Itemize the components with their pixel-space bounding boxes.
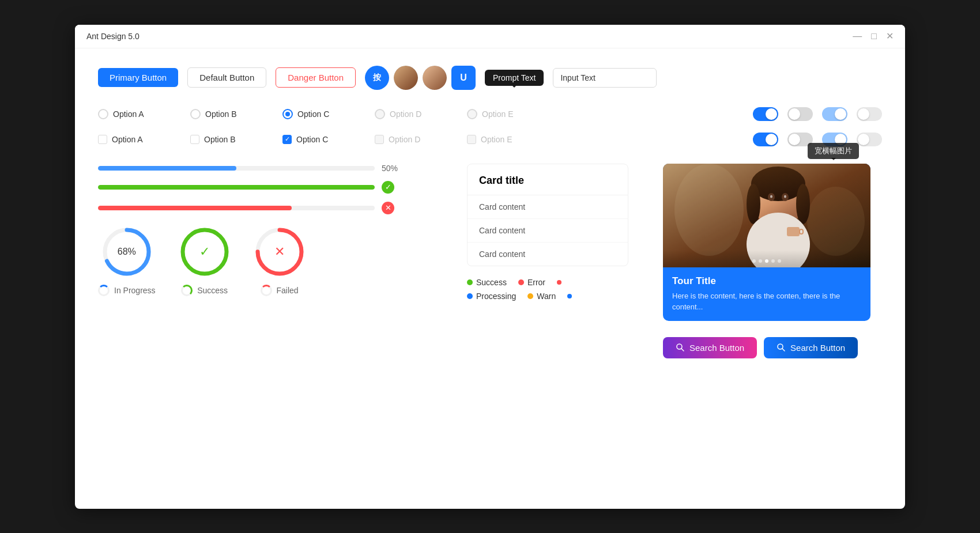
legend-label-processing: Processing [476,292,516,301]
tour-dot-4[interactable] [771,259,775,263]
legend-dot-warn [527,293,533,299]
tour-tooltip: 宽横幅图片 [808,143,859,159]
avatar-photo1 [394,66,418,90]
circle-progress-2: ✓ [179,226,231,278]
legend-success: Success [467,278,507,287]
progress-bar-fill-2 [98,185,375,190]
primary-button[interactable]: Primary Button [98,68,178,87]
toggle-3 [822,107,847,121]
toggle-group-1 [753,107,882,121]
toggle-1[interactable] [753,107,778,121]
checkbox-e-box [467,135,476,144]
window-controls: — □ ✕ [853,32,894,41]
tour-desc: Here is the content, here is the conten,… [672,290,861,313]
legend-processing: Processing [467,292,516,301]
search-button-label-1: Search Button [689,343,744,353]
radio-option-a[interactable]: Option A [98,109,190,119]
card-content: Card content Card content Card content [468,195,628,266]
radio-d-circle [375,109,385,119]
legend-label-error: Error [527,278,545,287]
close-button[interactable]: ✕ [886,32,894,41]
search-icon-blue [777,343,786,352]
circle-group: 68% In Progress ✓ [98,226,444,296]
spin-icon-blue [98,285,110,296]
svg-line-20 [681,349,684,351]
tour-dot-5[interactable] [778,259,781,263]
app-window: Ant Design 5.0 — □ ✕ Primary Button Defa… [75,25,905,509]
progress-bar-fill-3 [98,206,292,210]
legend-dot-success [467,279,473,285]
checkbox-option-c[interactable]: Option C [282,135,375,144]
toggle-5-knob [766,134,777,145]
maximize-button[interactable]: □ [871,32,877,41]
progress-row-3: ✕ [98,202,444,214]
circle-status-label-3: Failed [277,286,299,295]
danger-button[interactable]: Danger Button [276,67,356,88]
circle-success: ✓ Success [179,226,231,296]
tour-dot-2[interactable] [759,259,762,263]
circle-label-2: ✓ [199,244,210,259]
legend-wrap: Success Error Processing [467,278,640,301]
radio-a-circle [98,109,108,119]
checkbox-e-label: Option E [481,135,512,144]
toggle-6-knob [789,134,800,145]
checkbox-c-box [282,135,292,144]
window-title: Ant Design 5.0 [86,32,140,41]
input-text[interactable] [553,68,657,88]
legend-dot-extra-2 [567,294,572,298]
legend-warn: Warn [527,292,556,301]
bottom-section: 50% ✓ ✕ [98,164,882,358]
spin-icon-green [181,285,193,296]
toggle-3-knob [835,108,846,120]
checkbox-d-box [375,135,384,144]
svg-point-18 [784,195,786,198]
checkbox-option-b[interactable]: Option B [190,135,282,144]
legend-error: Error [518,278,545,287]
default-button[interactable]: Default Button [187,67,266,88]
prompt-tooltip: Prompt Text [485,70,544,86]
tour-card-wrap: 宽横幅图片 [663,164,870,321]
radio-b-label: Option B [205,109,236,119]
tour-dot-1[interactable] [752,259,756,263]
circle-label-1: 68% [118,247,136,257]
legend-label-success: Success [476,278,507,287]
radio-row: Option A Option B Option C Option D Opti… [98,107,882,121]
svg-point-10 [747,184,760,224]
circle-status-1: In Progress [98,285,156,296]
radio-a-label: Option A [113,109,144,119]
progress-section: 50% ✓ ✕ [98,164,444,358]
toggle-2[interactable] [787,107,813,121]
toggle-5[interactable] [753,133,778,146]
circle-progress-3: ✕ [254,226,306,278]
checkbox-row: Option A Option B Option C Option D Opti… [98,133,882,146]
radio-option-b[interactable]: Option B [190,109,282,119]
radio-option-d: Option D [375,109,467,119]
progress-row-1: 50% [98,164,444,173]
titlebar: Ant Design 5.0 — □ ✕ [75,25,905,48]
button-row: Primary Button Default Button Danger But… [98,66,882,90]
checkbox-b-box [190,135,199,144]
spin-icon-red [261,285,272,296]
search-icon-purple [676,343,685,352]
circle-status-label-1: In Progress [114,286,156,295]
legend-dot-extra-1 [557,280,561,285]
progress-bar-wrap-1 [98,166,375,171]
radio-option-c[interactable]: Option C [282,109,375,119]
search-buttons-row: Search Button Search Button [663,337,882,358]
svg-point-11 [796,184,810,224]
progress-bar-wrap-2 [98,185,375,190]
tour-dot-3[interactable] [765,259,768,263]
search-button-blue[interactable]: Search Button [764,337,858,358]
avatar-group: 按 U [365,66,476,90]
card-section: Card title Card content Card content Car… [467,164,640,358]
checkbox-option-a[interactable]: Option A [98,135,190,144]
search-button-purple[interactable]: Search Button [663,337,757,358]
minimize-button[interactable]: — [853,32,862,41]
tour-img-overlay [663,250,870,267]
tour-section: 宽横幅图片 [663,164,882,358]
checkbox-option-d: Option D [375,135,467,144]
card-title: Card title [468,164,628,195]
progress-success-icon: ✓ [382,181,394,194]
checkbox-a-label: Option A [112,135,143,144]
avatar-photo2 [423,66,447,90]
